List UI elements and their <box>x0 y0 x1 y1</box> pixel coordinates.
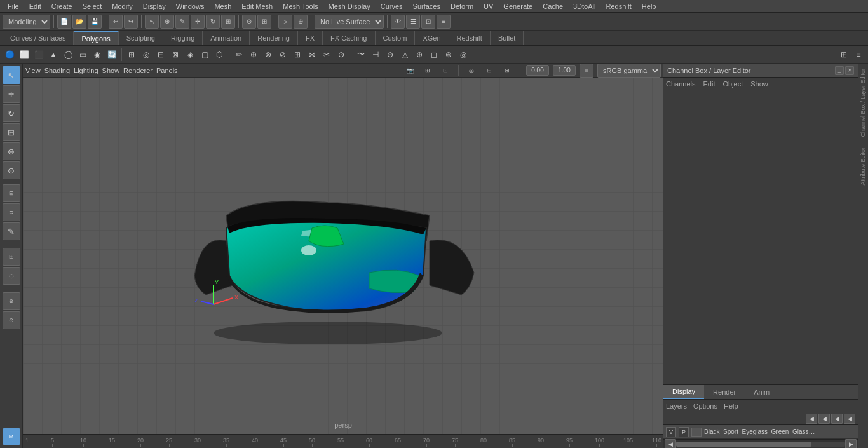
menu-3dtool[interactable]: 3DtoAll <box>568 0 600 12</box>
menu-uv[interactable]: UV <box>478 0 498 12</box>
menu-select[interactable]: Select <box>78 0 107 12</box>
3d-viewport[interactable]: X Y Z persp <box>23 78 663 434</box>
layer-p-box[interactable]: P <box>679 427 689 437</box>
layer-options-btn[interactable]: ◀ <box>844 414 855 424</box>
lasso-tool[interactable]: ⊃ <box>3 203 20 221</box>
smooth-icon[interactable]: 〜 <box>354 48 368 62</box>
extrude-icon[interactable]: ⊕ <box>247 48 261 62</box>
rotate-btn[interactable]: ↻ <box>206 15 220 29</box>
tab-custom[interactable]: Custom <box>376 31 416 45</box>
tab-fx[interactable]: FX <box>298 31 323 45</box>
lasso-btn[interactable]: ⊕ <box>160 15 174 29</box>
menu-surfaces[interactable]: Surfaces <box>408 0 445 12</box>
layer-move-up-btn[interactable]: ◀ <box>806 414 817 424</box>
bridge-icon[interactable]: ⋈ <box>305 48 319 62</box>
display-layer-btn[interactable]: ☰ <box>406 15 420 29</box>
nurbs-cone-icon[interactable]: ◈ <box>183 48 197 62</box>
layer-scrollbar[interactable]: ◀ ▶ <box>663 439 858 448</box>
disk-icon[interactable]: ◉ <box>90 48 104 62</box>
menu-mesh-display[interactable]: Mesh Display <box>323 0 376 12</box>
panel-close-btn[interactable]: ✕ <box>845 66 854 75</box>
nurbs-sphere-icon[interactable]: ◎ <box>139 48 153 62</box>
panel-min-btn[interactable]: _ <box>835 66 844 75</box>
layer-move-down-btn[interactable]: ◀ <box>818 414 830 424</box>
menu-edit-mesh[interactable]: Edit Mesh <box>236 0 278 12</box>
scroll-left-btn[interactable]: ◀ <box>665 439 676 449</box>
vp-menu-show[interactable]: Show <box>102 67 120 74</box>
layers-nav-options[interactable]: Options <box>693 402 717 410</box>
subdiv-icon[interactable]: ⊞ <box>125 48 139 62</box>
soft-select-tool[interactable]: ⊙ <box>3 161 20 179</box>
vp-menu-view[interactable]: View <box>25 67 41 74</box>
menu-create[interactable]: Create <box>46 0 78 12</box>
bevel-icon[interactable]: ⊞ <box>290 48 304 62</box>
render-btn[interactable]: ▷ <box>278 15 292 29</box>
exposure-input[interactable] <box>526 65 549 76</box>
vp-menu-panels[interactable]: Panels <box>156 67 178 74</box>
attribute-editor-side-label[interactable]: Attribute Editor <box>858 142 868 191</box>
menu-mesh[interactable]: Mesh <box>209 0 236 12</box>
attr-editor-icon[interactable]: ≡ <box>851 48 865 62</box>
live-surface-dropdown[interactable]: No Live Surface <box>315 15 384 29</box>
nurbs-plane-icon[interactable]: ▢ <box>198 48 212 62</box>
menu-curves[interactable]: Curves <box>376 0 408 12</box>
paint-btn[interactable]: ✎ <box>175 15 189 29</box>
layers-nav-help[interactable]: Help <box>724 402 738 410</box>
tab-curves-surfaces[interactable]: Curves / Surfaces <box>3 31 74 45</box>
tab-animation[interactable]: Animation <box>203 31 250 45</box>
channel-nav-show[interactable]: Show <box>750 80 768 88</box>
menu-mesh-tools[interactable]: Mesh Tools <box>278 0 323 12</box>
dtab-display[interactable]: Display <box>663 385 704 399</box>
scroll-right-btn[interactable]: ▶ <box>845 439 857 449</box>
scale-btn[interactable]: ⊞ <box>221 15 235 29</box>
nurbs-cyl-icon[interactable]: ⊠ <box>168 48 182 62</box>
layer-row[interactable]: V P Black_Sport_Eyeglass_Green_Glasses_ <box>663 425 858 439</box>
helix-icon[interactable]: 🔄 <box>105 48 119 62</box>
dtab-anim[interactable]: Anim <box>745 385 778 399</box>
grid-icon[interactable]: ⊞ <box>421 64 435 78</box>
maya-logo[interactable]: M <box>3 428 20 445</box>
new-file-btn[interactable]: 📄 <box>57 15 71 29</box>
menu-file[interactable]: File <box>3 0 24 12</box>
menu-generate[interactable]: Generate <box>498 0 538 12</box>
select-mode-btn[interactable]: ↖ <box>145 15 159 29</box>
tab-redshift[interactable]: Redshift <box>449 31 491 45</box>
channel-box-icon[interactable]: ⊞ <box>837 48 851 62</box>
plane-icon[interactable]: ▭ <box>76 48 90 62</box>
scale-tool[interactable]: ⊞ <box>3 123 20 141</box>
relax-tool[interactable]: ⊙ <box>3 311 20 329</box>
tab-sculpting[interactable]: Sculpting <box>119 31 163 45</box>
undo-btn[interactable]: ↩ <box>109 15 123 29</box>
menu-modify[interactable]: Modify <box>107 0 137 12</box>
vp-menu-renderer[interactable]: Renderer <box>123 67 153 74</box>
menu-edit[interactable]: Edit <box>24 0 46 12</box>
combine-icon[interactable]: ⊗ <box>261 48 275 62</box>
universal-manip-tool[interactable]: ⊕ <box>3 142 20 160</box>
ipr-btn[interactable]: ⊕ <box>294 15 308 29</box>
circularize-icon[interactable]: ◎ <box>456 48 470 62</box>
move-btn[interactable]: ✛ <box>191 15 205 29</box>
tab-xgen[interactable]: XGen <box>415 31 449 45</box>
open-file-btn[interactable]: 📂 <box>72 15 86 29</box>
shading-btn[interactable]: ⊠ <box>500 64 514 78</box>
layer-color-swatch[interactable] <box>691 428 702 437</box>
rotate-tool[interactable]: ↻ <box>3 104 20 122</box>
nurbs-torus-icon[interactable]: ⬡ <box>212 48 226 62</box>
select-tool[interactable]: ↖ <box>3 66 20 84</box>
channel-nav-edit[interactable]: Edit <box>703 80 715 88</box>
show-hide-btn[interactable]: 👁 <box>391 15 405 29</box>
reduce-icon[interactable]: ◻ <box>427 48 441 62</box>
gamma-input[interactable] <box>553 65 576 76</box>
fill-hole-icon[interactable]: ⊕ <box>412 48 426 62</box>
nurbs-cube-icon[interactable]: ⊟ <box>154 48 168 62</box>
grid-snap-btn[interactable]: ⊞ <box>257 15 271 29</box>
torus-icon[interactable]: ◯ <box>61 48 75 62</box>
show-manip-tool[interactable]: ⊟ <box>3 184 20 202</box>
snap-curve-tool[interactable]: ◌ <box>3 267 20 285</box>
wireframe-icon[interactable]: ⊟ <box>482 64 496 78</box>
menu-display[interactable]: Display <box>138 0 171 12</box>
boolean-icon[interactable]: ⊖ <box>383 48 397 62</box>
layer-v-box[interactable]: V <box>666 427 676 437</box>
connect-icon[interactable]: ⊙ <box>334 48 348 62</box>
menu-windows[interactable]: Windows <box>171 0 210 12</box>
